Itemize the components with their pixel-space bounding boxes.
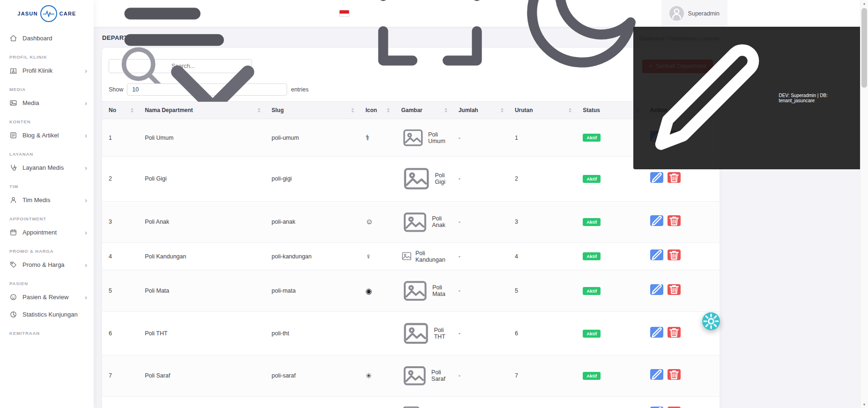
- scroll-up-arrow-icon[interactable]: ▲: [861, 0, 868, 7]
- pencil-icon: [638, 29, 776, 167]
- chevron-right-icon: ›: [85, 68, 87, 74]
- page-size-select[interactable]: 10: [127, 83, 287, 96]
- edit-button[interactable]: [650, 172, 663, 183]
- cell-slug: poli-kandungan: [265, 243, 359, 270]
- cell-jumlah: -: [452, 243, 508, 270]
- column-header-gambar[interactable]: Gambar: [394, 102, 452, 119]
- cell-nama-department: Poli Saraf: [138, 355, 265, 396]
- chevron-right-icon: ›: [85, 165, 87, 171]
- cell-urutan: 4: [508, 243, 576, 270]
- cell-urutan: 7: [508, 355, 576, 396]
- eye-glyph-icon: ◉: [365, 287, 372, 295]
- brand-logo[interactable]: JASUN CARE: [0, 0, 94, 27]
- delete-button[interactable]: [668, 327, 681, 338]
- column-header-no[interactable]: No: [102, 102, 138, 119]
- edit-button[interactable]: [650, 215, 663, 226]
- language-flag-icon[interactable]: [339, 10, 349, 17]
- pencil-icon: [650, 326, 663, 339]
- cell-action: [644, 201, 720, 243]
- tag-icon: [9, 261, 17, 269]
- pie-chart-icon: [9, 310, 17, 318]
- sidebar-item-pasien-review[interactable]: Pasien & Review ›: [0, 288, 94, 306]
- sidebar-section-media: MEDIA: [0, 79, 94, 94]
- pencil-icon: [650, 283, 663, 296]
- cell-gambar: Poli Saraf: [394, 355, 452, 396]
- sidebar-item-promo-harga[interactable]: Promo & Harga ›: [0, 256, 94, 273]
- gambar-alt-text: Poli Gigi: [435, 172, 445, 185]
- sidebar-item-profil-klinik[interactable]: Profil Klinik ›: [0, 62, 94, 79]
- cell-status: Aktif: [576, 270, 643, 311]
- settings-fab-button[interactable]: [702, 312, 720, 330]
- edit-button[interactable]: [650, 284, 663, 295]
- sidebar-item-blog-artikel[interactable]: Blog & Artikel ›: [0, 127, 94, 144]
- cell-status: Aktif: [576, 312, 643, 355]
- smiley-icon: [9, 293, 17, 301]
- nav-item-label: Dashboard: [22, 35, 52, 42]
- nav-item-label: Appointment: [22, 229, 57, 236]
- column-header-nama-department[interactable]: Nama Department: [138, 102, 265, 119]
- trash-icon: [668, 326, 681, 339]
- edit-button[interactable]: [650, 249, 663, 260]
- cell-no: 8: [102, 396, 138, 408]
- sidebar-item-tim-medis[interactable]: Tim Medis ›: [0, 191, 94, 209]
- scroll-down-arrow-icon[interactable]: ▼: [861, 401, 868, 408]
- cell-slug: poli-mata: [265, 270, 359, 311]
- sidebar-item-statistics-kunjungan[interactable]: Statistics Kunjungan ›: [0, 306, 94, 323]
- gear-icon: [702, 312, 720, 330]
- trash-icon: [668, 406, 681, 408]
- cell-jumlah: -: [452, 396, 508, 408]
- cell-urutan: 2: [508, 157, 576, 201]
- column-header-label: No: [109, 107, 116, 113]
- delete-button[interactable]: [668, 215, 681, 226]
- heartbeat-logo-icon: [40, 5, 57, 22]
- table-row: 2 Poli Gigi poli-gigi Poli Gigi - 2 Akti…: [102, 157, 720, 201]
- delete-button[interactable]: [668, 369, 681, 380]
- cell-no: 3: [102, 201, 138, 243]
- entries-label: entries: [291, 86, 309, 93]
- column-header-label: Gambar: [401, 107, 422, 113]
- delete-button[interactable]: [668, 249, 681, 260]
- sidebar: JASUN CARE Dashboard › PROFIL KLINIK Pro…: [0, 0, 94, 408]
- cell-nama-department: Poli Kandungan: [138, 243, 265, 270]
- edit-button[interactable]: [650, 327, 663, 338]
- column-header-slug[interactable]: Slug: [265, 102, 359, 119]
- stethoscope-glyph-icon: ⚕: [365, 134, 370, 142]
- menu-toggle-button[interactable]: [107, 0, 247, 27]
- person-icon: [9, 196, 17, 204]
- status-badge: Aktif: [583, 218, 601, 226]
- topbar-right: Superadmin: [339, 0, 727, 27]
- user-menu[interactable]: Superadmin: [661, 0, 727, 27]
- trash-icon: [668, 214, 681, 227]
- edit-button[interactable]: [650, 369, 663, 380]
- moon-icon: [511, 0, 651, 84]
- scrollbar-thumb[interactable]: [861, 8, 867, 88]
- nav-item-label: Tim Medis: [22, 196, 50, 204]
- user-avatar-icon: [669, 6, 684, 21]
- column-header-jumlah[interactable]: Jumlah: [452, 102, 508, 119]
- fullscreen-button[interactable]: [360, 0, 500, 84]
- dark-mode-button[interactable]: [511, 0, 651, 84]
- table-row: 8 Poli Jantung poli-jantung ♥ Poli Jantu…: [102, 396, 720, 408]
- table-row: 4 Poli Kandungan poli-kandungan ♀ Poli K…: [102, 243, 720, 270]
- sidebar-item-appointment[interactable]: Appointment ›: [0, 224, 94, 241]
- trash-icon: [668, 249, 681, 262]
- column-header-icon[interactable]: Icon: [359, 102, 394, 119]
- column-header-urutan[interactable]: Urutan: [508, 102, 576, 119]
- sidebar-item-dashboard[interactable]: Dashboard ›: [0, 30, 94, 47]
- gambar-alt-text: Poli Umum: [428, 131, 445, 144]
- cell-nama-department: Poli Jantung: [138, 396, 265, 408]
- cell-icon: ♀: [359, 243, 394, 270]
- status-badge: Aktif: [583, 134, 601, 142]
- cell-icon: ⚕: [359, 119, 394, 157]
- column-header-label: Icon: [365, 107, 377, 113]
- sidebar-item-layanan-medis[interactable]: Layanan Medis ›: [0, 159, 94, 176]
- sidebar-item-media[interactable]: Media ›: [0, 94, 94, 112]
- page-size-value: 10: [132, 86, 139, 93]
- cell-gambar: Poli Jantung: [394, 396, 452, 408]
- delete-button[interactable]: [668, 284, 681, 295]
- delete-button[interactable]: [668, 172, 681, 183]
- nav-item-label: Media: [22, 99, 39, 106]
- column-header-label: Slug: [272, 107, 284, 113]
- vertical-scrollbar[interactable]: ▲ ▼: [860, 0, 868, 408]
- trash-icon: [668, 171, 681, 184]
